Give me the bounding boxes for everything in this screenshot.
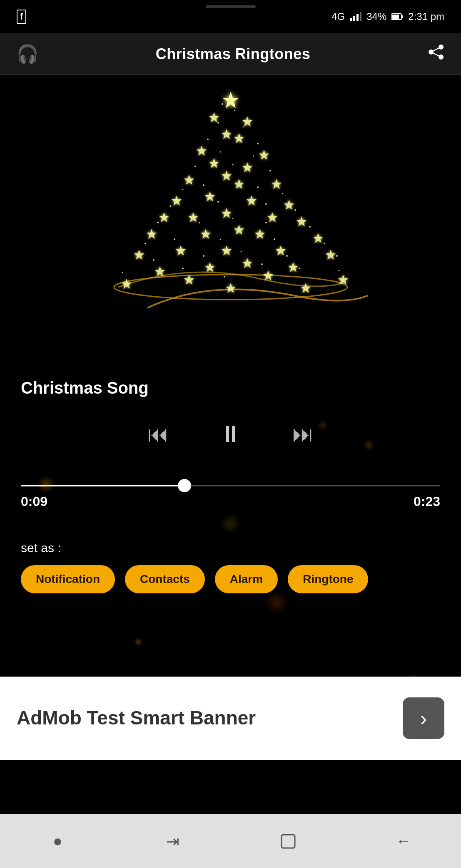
svg-point-77	[309, 226, 311, 228]
signal-bars-icon	[350, 12, 361, 21]
svg-rect-6	[392, 15, 399, 19]
next-button[interactable]: ⏭	[292, 422, 314, 446]
nav-forward-button[interactable]: ⇥	[156, 825, 189, 858]
svg-marker-21	[242, 162, 252, 172]
ad-dots	[215, 745, 247, 751]
nav-dot-button[interactable]: ●	[41, 825, 74, 858]
svg-marker-24	[272, 179, 282, 189]
svg-marker-13	[222, 92, 239, 108]
svg-point-69	[282, 193, 283, 194]
svg-point-79	[174, 238, 175, 240]
svg-marker-22	[222, 171, 232, 181]
ad-text: AdMob Test Smart Banner	[17, 707, 256, 729]
svg-marker-38	[147, 229, 157, 239]
ad-dot-3[interactable]	[240, 745, 247, 751]
svg-point-92	[224, 276, 225, 278]
svg-point-84	[240, 251, 242, 253]
svg-point-56	[234, 110, 235, 111]
svg-marker-41	[276, 246, 286, 255]
svg-marker-31	[267, 212, 277, 222]
svg-point-7	[439, 45, 444, 50]
pause-button[interactable]: ⏸	[219, 420, 242, 447]
svg-point-89	[261, 263, 263, 265]
nav-overview-button[interactable]	[272, 825, 305, 858]
ad-next-button[interactable]: ›	[403, 697, 444, 739]
device-notch	[206, 5, 256, 8]
svg-marker-36	[201, 229, 211, 239]
set-as-label: set as :	[21, 541, 440, 555]
facebook-icon: f	[17, 10, 26, 24]
svg-rect-95	[282, 835, 295, 848]
svg-point-71	[265, 203, 267, 205]
svg-point-62	[253, 156, 254, 157]
nav-back-button[interactable]: ←	[387, 825, 420, 858]
svg-point-86	[286, 255, 288, 257]
status-right: 4G 34% 2:31 pm	[331, 11, 444, 22]
song-title: Christmas Song	[21, 379, 149, 397]
previous-button[interactable]: ⏮	[147, 422, 169, 446]
contacts-button[interactable]: Contacts	[125, 565, 205, 593]
svg-point-82	[324, 243, 325, 244]
svg-marker-47	[288, 262, 298, 272]
svg-marker-35	[234, 225, 244, 235]
svg-rect-0	[350, 18, 352, 21]
svg-point-72	[169, 205, 171, 207]
svg-marker-30	[222, 208, 232, 218]
progress-track[interactable]	[21, 485, 440, 486]
svg-rect-2	[356, 14, 359, 21]
battery-text: 34%	[366, 11, 386, 22]
svg-marker-29	[284, 200, 294, 210]
svg-marker-40	[176, 246, 186, 255]
bottom-nav: ● ⇥ ←	[0, 814, 461, 868]
progress-thumb[interactable]	[178, 479, 191, 492]
svg-point-55	[222, 103, 223, 105]
svg-marker-44	[134, 250, 144, 260]
svg-point-85	[203, 255, 204, 257]
svg-point-75	[199, 222, 200, 223]
playback-controls: ⏮ ⏸ ⏭	[0, 420, 461, 447]
share-icon[interactable]	[428, 44, 444, 64]
time-display: 2:31 pm	[408, 11, 444, 22]
headphones-icon: 🎧	[17, 44, 38, 64]
svg-point-87	[153, 259, 154, 261]
svg-marker-33	[159, 212, 169, 222]
svg-marker-32	[188, 212, 198, 222]
svg-rect-5	[401, 15, 403, 18]
svg-marker-34	[297, 216, 307, 226]
current-time: 0:09	[21, 494, 47, 509]
ringtone-button[interactable]: Ringtone	[288, 565, 368, 593]
svg-line-10	[431, 47, 441, 52]
battery-icon	[391, 13, 403, 20]
svg-point-80	[274, 238, 275, 240]
svg-point-81	[219, 239, 221, 240]
svg-marker-25	[234, 179, 244, 189]
page-title: Christmas Ringtones	[156, 45, 311, 63]
svg-line-11	[431, 52, 441, 57]
svg-point-58	[242, 126, 244, 128]
svg-point-83	[145, 243, 146, 244]
alarm-button[interactable]: Alarm	[215, 565, 278, 593]
ad-dot-2[interactable]	[227, 745, 234, 751]
svg-marker-46	[205, 262, 215, 272]
svg-point-59	[207, 139, 209, 140]
svg-point-63	[194, 166, 196, 167]
progress-fill	[21, 485, 184, 486]
svg-rect-1	[353, 16, 355, 21]
set-as-section: set as : Notification Contacts Alarm Rin…	[21, 541, 440, 593]
progress-container[interactable]: 0:09 0:23	[21, 485, 440, 509]
svg-point-65	[232, 164, 233, 165]
svg-marker-42	[222, 246, 232, 255]
svg-marker-49	[263, 270, 273, 280]
ad-dot-1[interactable]	[215, 745, 222, 751]
svg-point-64	[269, 170, 271, 171]
svg-marker-28	[172, 196, 182, 206]
ad-next-icon: ›	[420, 707, 427, 730]
svg-marker-19	[259, 150, 269, 160]
status-left: f	[17, 10, 26, 24]
svg-marker-14	[209, 112, 219, 122]
notification-button[interactable]: Notification	[21, 565, 115, 593]
svg-marker-16	[222, 129, 232, 139]
top-bar: 🎧 Christmas Ringtones	[0, 33, 461, 75]
svg-marker-18	[197, 146, 207, 156]
svg-marker-17	[234, 133, 244, 143]
